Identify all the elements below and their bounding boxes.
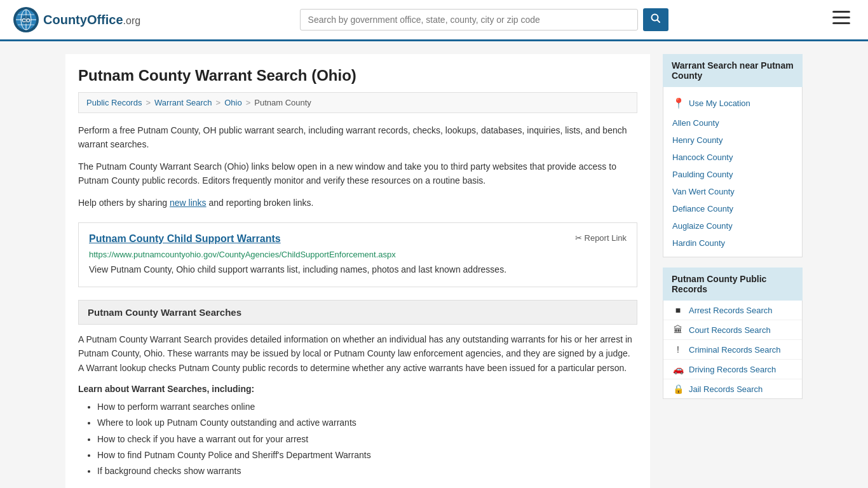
sidebar-records-body: ■Arrest Records Search🏛Court Records Sea…: [663, 301, 803, 399]
report-icon: ✂: [575, 233, 582, 243]
sidebar-county-item: Hancock County: [663, 149, 802, 166]
sidebar-nearby-section: Warrant Search near Putnam County 📍 Use …: [663, 54, 803, 257]
report-link-label: Report Link: [585, 233, 627, 243]
sidebar-county-item: Defiance County: [663, 200, 802, 217]
record-link[interactable]: Jail Records Search: [689, 384, 763, 394]
county-list: Allen CountyHenry CountyHancock CountyPa…: [663, 114, 802, 252]
main-wrapper: Putnam County Warrant Search (Ohio) Publ…: [53, 41, 815, 488]
sidebar-county-item: Van Wert County: [663, 183, 802, 200]
sidebar-record-item: 🚗Driving Records Search: [663, 360, 802, 379]
warrant-section-text: A Putnam County Warrant Search provides …: [78, 332, 637, 375]
breadcrumb: Public Records > Warrant Search > Ohio >…: [78, 92, 637, 113]
breadcrumb-sep-1: >: [146, 98, 151, 107]
record-icon: 🚗: [672, 364, 684, 374]
svg-text:CO: CO: [22, 17, 31, 24]
use-my-location-link[interactable]: Use My Location: [689, 98, 750, 108]
sidebar-records-header: Putnam County Public Records: [663, 268, 803, 301]
record-icon: ■: [672, 305, 684, 315]
sidebar-county-link[interactable]: Paulding County: [672, 170, 733, 179]
search-input[interactable]: [300, 9, 638, 30]
sidebar-record-item: 🏛Court Records Search: [663, 320, 802, 340]
logo-text: CountyOffice.org: [43, 13, 140, 27]
sidebar-nearby-header: Warrant Search near Putnam County: [663, 54, 803, 87]
search-button[interactable]: [643, 8, 668, 31]
logo-icon: CO: [13, 6, 39, 33]
sidebar-record-item: !Criminal Records Search: [663, 340, 802, 360]
breadcrumb-sep-3: >: [246, 98, 251, 107]
sidebar-county-item: Paulding County: [663, 166, 802, 183]
bullet-item: If background checks show warrants: [97, 463, 637, 479]
record-icon: 🔒: [672, 384, 684, 394]
location-icon: 📍: [672, 97, 685, 109]
use-my-location-row: 📍 Use My Location: [663, 92, 802, 114]
search-area: [300, 8, 668, 31]
record-link[interactable]: Criminal Records Search: [689, 345, 781, 355]
warrant-section-header: Putnam County Warrant Searches: [78, 300, 637, 325]
logo-area: CO CountyOffice.org: [13, 6, 140, 33]
sidebar-county-link[interactable]: Van Wert County: [672, 187, 735, 196]
content: Putnam County Warrant Search (Ohio) Publ…: [65, 54, 650, 488]
sidebar-record-item: ■Arrest Records Search: [663, 301, 802, 320]
sidebar: Warrant Search near Putnam County 📍 Use …: [663, 54, 803, 488]
intro-paragraph-3: Help others by sharing new links and rep…: [78, 196, 637, 210]
link-card-description: View Putnam County, Ohio child support w…: [89, 263, 627, 276]
bullet-item: How to check if you have a warrant out f…: [97, 431, 637, 447]
sidebar-county-item: Auglaize County: [663, 217, 802, 234]
intro-paragraph-1: Perform a free Putnam County, OH public …: [78, 123, 637, 152]
svg-rect-12: [832, 17, 850, 18]
new-links-link[interactable]: new links: [170, 198, 207, 208]
breadcrumb-ohio[interactable]: Ohio: [224, 98, 241, 107]
report-link-button[interactable]: ✂ Report Link: [575, 233, 627, 243]
sidebar-county-link[interactable]: Henry County: [672, 135, 722, 145]
sidebar-county-link[interactable]: Allen County: [672, 118, 719, 128]
sidebar-records-section: Putnam County Public Records ■Arrest Rec…: [663, 268, 803, 399]
sidebar-record-item: 🔒Jail Records Search: [663, 379, 802, 398]
sidebar-county-link[interactable]: Hardin County: [672, 238, 725, 248]
bullet-item: How to find Putnam County Police and She…: [97, 447, 637, 463]
sidebar-county-item: Henry County: [663, 132, 802, 149]
sidebar-nearby-body: 📍 Use My Location Allen CountyHenry Coun…: [663, 87, 803, 257]
sidebar-county-link[interactable]: Defiance County: [672, 204, 733, 214]
hamburger-icon: [832, 11, 850, 25]
sidebar-county-link[interactable]: Hancock County: [672, 152, 733, 162]
warrant-bullets: How to perform warrant searches onlineWh…: [78, 399, 637, 479]
page-title: Putnam County Warrant Search (Ohio): [78, 67, 637, 85]
record-link[interactable]: Driving Records Search: [689, 365, 776, 374]
svg-line-10: [657, 20, 660, 22]
link-card-header: Putnam County Child Support Warrants ✂ R…: [89, 233, 627, 245]
breadcrumb-public-records[interactable]: Public Records: [86, 98, 142, 107]
bullet-item: How to perform warrant searches online: [97, 399, 637, 415]
record-icon: !: [672, 344, 684, 355]
breadcrumb-current: Putnam County: [254, 98, 311, 107]
intro-paragraph-2: The Putnam County Warrant Search (Ohio) …: [78, 159, 637, 188]
sidebar-county-item: Allen County: [663, 114, 802, 132]
bullet-item: Where to look up Putnam County outstandi…: [97, 415, 637, 431]
sidebar-county-link[interactable]: Auglaize County: [672, 221, 733, 231]
link-card-title[interactable]: Putnam County Child Support Warrants: [89, 233, 281, 245]
record-link[interactable]: Court Records Search: [689, 325, 771, 335]
record-icon: 🏛: [672, 325, 684, 335]
sidebar-county-item: Hardin County: [663, 234, 802, 252]
svg-rect-11: [832, 11, 850, 13]
breadcrumb-warrant-search[interactable]: Warrant Search: [154, 98, 212, 107]
svg-rect-13: [832, 22, 850, 24]
link-card-url[interactable]: https://www.putnamcountyohio.gov/CountyA…: [89, 250, 627, 259]
learn-heading: Learn about Warrant Searches, including:: [78, 384, 637, 394]
header: CO CountyOffice.org: [0, 0, 868, 41]
link-card: Putnam County Child Support Warrants ✂ R…: [78, 222, 637, 287]
search-icon: [651, 13, 661, 24]
breadcrumb-sep-2: >: [216, 98, 221, 107]
menu-button[interactable]: [827, 8, 855, 31]
record-link[interactable]: Arrest Records Search: [689, 306, 773, 315]
